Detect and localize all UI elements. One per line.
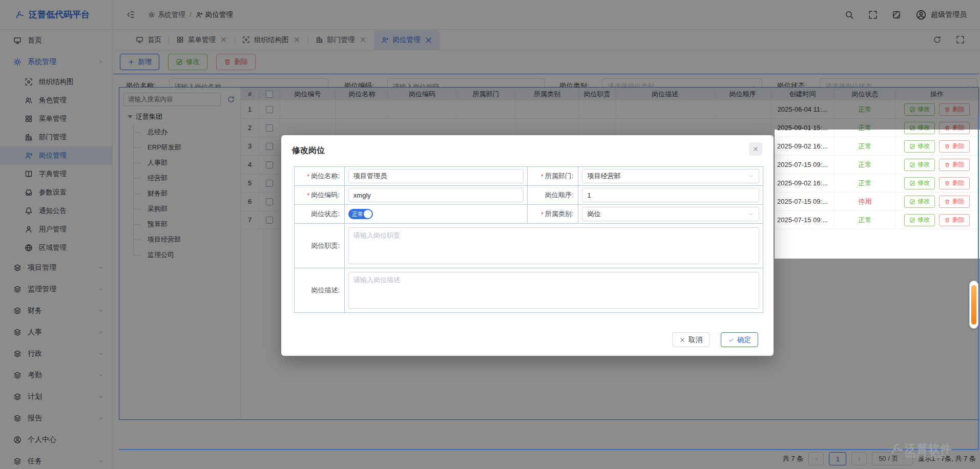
- pencil-icon: [909, 217, 915, 223]
- trash-icon: [944, 162, 950, 168]
- trash-icon: [944, 143, 950, 150]
- row-delete-button[interactable]: 删除: [939, 159, 970, 171]
- status-toggle[interactable]: 正常: [348, 209, 373, 219]
- cell: 修改删除: [896, 193, 978, 210]
- status-badge: 正常: [835, 137, 896, 155]
- dialog-title: 修改岗位: [292, 145, 325, 156]
- cell: 修改删除: [896, 174, 978, 192]
- field-label-dept: *所属部门:: [528, 167, 579, 185]
- row-edit-label: 修改: [918, 197, 930, 206]
- created-time: 2025-07-15 09:...: [771, 211, 835, 229]
- close-icon: [679, 337, 685, 343]
- row-edit-button[interactable]: 修改: [904, 214, 935, 226]
- dialog-footer: 取消 确定: [672, 332, 758, 347]
- row-delete-button[interactable]: 删除: [939, 140, 970, 153]
- scrollbar-thumb[interactable]: [971, 285, 976, 325]
- row-delete-button[interactable]: 删除: [939, 177, 970, 189]
- toggle-knob: [364, 210, 372, 218]
- row-edit-label: 修改: [918, 216, 930, 224]
- position-desc-textarea[interactable]: [348, 272, 759, 309]
- cell: 修改删除: [896, 211, 978, 229]
- confirm-button[interactable]: 确定: [721, 332, 758, 347]
- created-time: 2025-09-02 16:...: [771, 137, 835, 155]
- pencil-icon: [909, 162, 915, 168]
- watermark: 泛普软件 www.fanpusoft.com: [890, 441, 952, 457]
- trash-icon: [944, 217, 950, 223]
- scrollbar[interactable]: [969, 281, 978, 329]
- cell: 修改删除: [896, 156, 978, 174]
- row-edit-label: 修改: [918, 179, 930, 187]
- row-edit-button[interactable]: 修改: [904, 159, 935, 171]
- field-label-status: 岗位状态:: [295, 205, 345, 223]
- position-code-input[interactable]: [348, 188, 524, 202]
- field-label-category: *所属类别:: [528, 205, 579, 223]
- chevron-down-icon: [748, 173, 754, 179]
- row-delete-button[interactable]: 删除: [939, 214, 970, 226]
- trash-icon: [944, 199, 950, 205]
- row-delete-label: 删除: [952, 160, 965, 169]
- cell: 修改删除: [896, 137, 978, 155]
- close-icon: [753, 146, 759, 152]
- row-delete-label: 删除: [952, 179, 965, 187]
- field-label-name: *岗位名称:: [295, 167, 345, 185]
- created-time: 2025-07-15 09:...: [771, 156, 835, 174]
- pencil-icon: [909, 180, 915, 186]
- status-badge: 正常: [835, 156, 896, 174]
- chevron-down-icon: [748, 211, 754, 217]
- field-label-duty: 岗位职责:: [295, 224, 345, 268]
- category-select[interactable]: 岗位: [582, 207, 759, 221]
- field-label-desc: 岗位描述:: [295, 268, 345, 312]
- row-edit-label: 修改: [918, 142, 930, 151]
- pencil-icon: [909, 199, 915, 205]
- department-select[interactable]: 项目经营部: [582, 169, 759, 183]
- row-delete-button[interactable]: 删除: [939, 196, 970, 208]
- created-time: 2025-09-02 16:...: [771, 174, 835, 192]
- created-time: 2025-07-15 09:...: [771, 193, 835, 210]
- check-icon: [728, 337, 734, 343]
- field-label-order: 岗位顺序:: [528, 186, 579, 204]
- app-root: 泛普低代码平台 系统管理 / 岗位管理 超级管理员: [0, 0, 980, 469]
- row-delete-label: 删除: [952, 216, 965, 224]
- dialog-close-button[interactable]: [749, 142, 762, 156]
- status-badge: 停用: [835, 193, 896, 210]
- row-delete-label: 删除: [952, 197, 965, 206]
- row-edit-button[interactable]: 修改: [904, 196, 935, 208]
- row-edit-label: 修改: [918, 160, 930, 169]
- modal-overlay: [0, 0, 980, 130]
- row-edit-button[interactable]: 修改: [904, 140, 935, 153]
- pencil-icon: [909, 143, 915, 150]
- position-duty-textarea[interactable]: [348, 227, 759, 264]
- dialog-form: *岗位名称: *所属部门: 项目经营部 *岗位编码: 岗位顺序: 岗位状态:: [294, 166, 763, 313]
- status-badge: 正常: [835, 174, 896, 192]
- field-label-code: *岗位编码:: [295, 186, 345, 204]
- position-order-input[interactable]: [582, 188, 759, 202]
- trash-icon: [944, 180, 950, 186]
- status-badge: 正常: [835, 211, 896, 229]
- panel-bottom-border: [119, 449, 979, 450]
- edit-position-dialog: 修改岗位 *岗位名称: *所属部门: 项目经营部 *岗位编码: 岗位顺序:: [281, 135, 774, 356]
- position-name-input[interactable]: [348, 169, 524, 183]
- row-edit-button[interactable]: 修改: [904, 177, 935, 189]
- cancel-button[interactable]: 取消: [672, 332, 710, 347]
- row-delete-label: 删除: [952, 142, 965, 151]
- fanpu-logo-icon: [890, 443, 903, 455]
